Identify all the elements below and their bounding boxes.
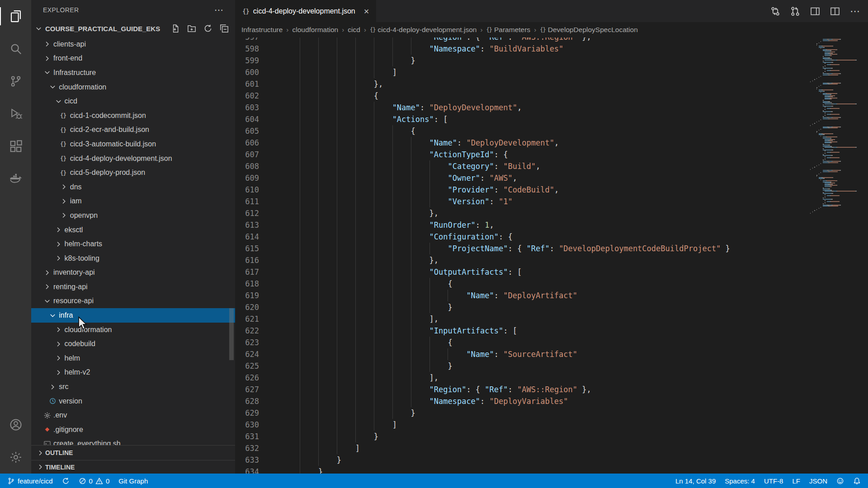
code-line-633[interactable]: } bbox=[281, 454, 730, 466]
panel-timeline[interactable]: TIMELINE bbox=[31, 460, 235, 474]
code-line-598[interactable]: "Namespace": "BuildVariables" bbox=[281, 43, 730, 55]
sidebar-scrollbar[interactable] bbox=[229, 308, 234, 360]
activity-run-debug[interactable] bbox=[0, 98, 31, 130]
tree-item-cicd[interactable]: cicd bbox=[31, 94, 235, 108]
tree-item-cloudformation[interactable]: cloudformation bbox=[31, 80, 235, 94]
tree-item-inventory-api[interactable]: inventory-api bbox=[31, 266, 235, 280]
status-indentation[interactable]: Spaces: 4 bbox=[720, 474, 760, 488]
tree-item-cicd-4-deploy-development.json[interactable]: {}cicd-4-deploy-development.json bbox=[31, 151, 235, 166]
code-line-607[interactable]: "ActionTypeId": { bbox=[281, 149, 730, 160]
status-language-mode[interactable]: JSON bbox=[805, 474, 832, 488]
code-line-626[interactable]: ], bbox=[281, 372, 730, 384]
code-line-622[interactable]: "InputArtifacts": [ bbox=[281, 325, 730, 337]
new-folder-icon[interactable] bbox=[187, 24, 196, 33]
tree-item-cicd-5-deploy-prod.json[interactable]: {}cicd-5-deploy-prod.json bbox=[31, 165, 235, 180]
tree-item-helm-charts[interactable]: helm-charts bbox=[31, 237, 235, 251]
code-line-614[interactable]: "Configuration": { bbox=[281, 231, 730, 243]
code-line-621[interactable]: ], bbox=[281, 313, 730, 325]
code-line-609[interactable]: "Owner": "AWS", bbox=[281, 172, 730, 184]
editor-layout-icon[interactable] bbox=[810, 6, 820, 16]
breadcrumb-item-cloudformation[interactable]: cloudformation bbox=[292, 26, 338, 34]
tree-item-iam[interactable]: iam bbox=[31, 194, 235, 209]
workspace-section-header[interactable]: COURSE_PRACTICAL_GUIDE_EKS bbox=[31, 20, 235, 37]
code-line-634[interactable]: } bbox=[281, 466, 730, 474]
code-line-602[interactable]: { bbox=[281, 90, 730, 102]
minimap[interactable] bbox=[806, 38, 861, 474]
pull-request-icon[interactable] bbox=[790, 6, 800, 16]
code-line-628[interactable]: "Namespace": "DeployVariables" bbox=[281, 395, 730, 407]
tree-item-infra[interactable]: infra bbox=[31, 308, 235, 323]
activity-docker[interactable] bbox=[0, 163, 31, 195]
tree-item-clients-api[interactable]: clients-api bbox=[31, 37, 235, 52]
status-git-branch[interactable]: feature/cicd bbox=[3, 474, 57, 488]
code-line-612[interactable]: }, bbox=[281, 207, 730, 219]
code-area[interactable]: "Region": { "Ref": "AWS::Region" },"Name… bbox=[281, 38, 730, 474]
code-line-625[interactable]: } bbox=[281, 360, 730, 372]
code-line-604[interactable]: "Actions": [ bbox=[281, 113, 730, 125]
status-eol[interactable]: LF bbox=[788, 474, 805, 488]
activity-settings[interactable] bbox=[0, 441, 31, 474]
code-line-610[interactable]: "Provider": "CodeBuild", bbox=[281, 184, 730, 196]
status-sync[interactable] bbox=[57, 474, 74, 488]
tree-item-renting-api[interactable]: renting-api bbox=[31, 280, 235, 294]
tab-cicd-4-deploy-development[interactable]: {} cicd-4-deploy-development.json × bbox=[235, 0, 376, 22]
code-line-623[interactable]: { bbox=[281, 337, 730, 348]
collapse-all-icon[interactable] bbox=[220, 24, 229, 33]
new-file-icon[interactable] bbox=[171, 24, 180, 33]
code-line-629[interactable]: } bbox=[281, 407, 730, 419]
tree-item-cicd-3-automatic-build.json[interactable]: {}cicd-3-automatic-build.json bbox=[31, 137, 235, 151]
code-line-601[interactable]: }, bbox=[281, 78, 730, 90]
breadcrumb-item-cicd-4-deploy-development.json[interactable]: {}cicd-4-deploy-development.json bbox=[370, 26, 476, 34]
tree-item-helm[interactable]: helm bbox=[31, 351, 235, 366]
code-line-632[interactable]: ] bbox=[281, 442, 730, 454]
close-icon[interactable]: × bbox=[364, 7, 369, 16]
status-cursor-position[interactable]: Ln 14, Col 39 bbox=[671, 474, 720, 488]
code-line-599[interactable]: } bbox=[281, 55, 730, 66]
code-line-619[interactable]: "Name": "DeployArtifact" bbox=[281, 290, 730, 301]
code-line-624[interactable]: "Name": "SourceArtifact" bbox=[281, 348, 730, 360]
more-actions-icon[interactable]: ⋯ bbox=[850, 6, 860, 16]
more-actions-icon[interactable]: ⋯ bbox=[214, 5, 223, 14]
code-line-617[interactable]: "OutputArtifacts": [ bbox=[281, 266, 730, 278]
breadcrumb-item-DevelopDeploySpecLocation[interactable]: {}DevelopDeploySpecLocation bbox=[540, 26, 638, 34]
tree-item-cicd-1-codecommit.json[interactable]: {}cicd-1-codecommit.json bbox=[31, 108, 235, 123]
tree-item-.gitignore[interactable]: .gitignore bbox=[31, 422, 235, 437]
activity-search[interactable] bbox=[0, 33, 31, 65]
code-line-597[interactable]: "Region": { "Ref": "AWS::Region" }, bbox=[281, 38, 730, 43]
panel-outline[interactable]: OUTLINE bbox=[31, 445, 235, 460]
breadcrumb-item-cicd[interactable]: cicd bbox=[348, 26, 360, 34]
activity-extensions[interactable] bbox=[0, 130, 31, 163]
code-line-600[interactable]: ] bbox=[281, 66, 730, 78]
code-line-608[interactable]: "Category": "Build", bbox=[281, 160, 730, 172]
open-changes-icon[interactable] bbox=[770, 6, 780, 16]
breadcrumb-item-Parameters[interactable]: {}Parameters bbox=[486, 26, 531, 34]
code-line-605[interactable]: { bbox=[281, 125, 730, 137]
code-line-627[interactable]: "Region": { "Ref": "AWS::Region" }, bbox=[281, 384, 730, 395]
code-line-606[interactable]: "Name": "DeployDevelopment", bbox=[281, 137, 730, 149]
code-line-630[interactable]: ] bbox=[281, 419, 730, 431]
code-line-631[interactable]: } bbox=[281, 431, 730, 442]
code-line-615[interactable]: "ProjectName": { "Ref": "DevelopDeployme… bbox=[281, 243, 730, 254]
status-notifications[interactable] bbox=[849, 474, 865, 488]
code-line-611[interactable]: "Version": "1" bbox=[281, 196, 730, 207]
code-line-613[interactable]: "RunOrder": 1, bbox=[281, 219, 730, 231]
tree-item-cloudformation[interactable]: cloudformation bbox=[31, 323, 235, 337]
tree-item-src[interactable]: src bbox=[31, 380, 235, 394]
tree-item-.env[interactable]: .env bbox=[31, 408, 235, 422]
activity-source-control[interactable] bbox=[0, 65, 31, 98]
refresh-icon[interactable] bbox=[203, 24, 212, 33]
tree-item-version[interactable]: version bbox=[31, 394, 235, 408]
status-problems[interactable]: 00 bbox=[74, 474, 114, 488]
tree-item-front-end[interactable]: front-end bbox=[31, 52, 235, 66]
tree-item-resource-api[interactable]: resource-api bbox=[31, 294, 235, 309]
breadcrumb-item-Infrastructure[interactable]: Infrastructure bbox=[241, 26, 283, 34]
code-line-616[interactable]: }, bbox=[281, 254, 730, 266]
tree-item-dns[interactable]: dns bbox=[31, 180, 235, 194]
tree-item-cicd-2-ecr-and-build.json[interactable]: {}cicd-2-ecr-and-build.json bbox=[31, 123, 235, 137]
tree-item-codebuild[interactable]: codebuild bbox=[31, 337, 235, 351]
tree-item-create_everything.sh[interactable]: create_everything.sh bbox=[31, 437, 235, 446]
code-line-603[interactable]: "Name": "DeployDevelopment", bbox=[281, 102, 730, 113]
code-line-620[interactable]: } bbox=[281, 301, 730, 313]
activity-accounts[interactable] bbox=[0, 408, 31, 441]
status-encoding[interactable]: UTF-8 bbox=[760, 474, 788, 488]
